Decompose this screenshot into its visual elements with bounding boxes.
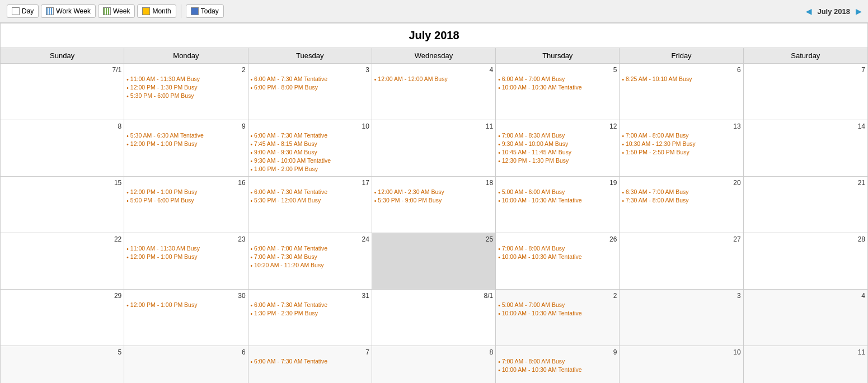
- calendar-cell[interactable]: 27: [620, 233, 743, 290]
- calendar-cell[interactable]: 12•7:00 AM - 8:30 AM Busy•9:30 AM - 10:0…: [496, 120, 620, 177]
- calendar-cell[interactable]: 28: [744, 233, 867, 290]
- calendar-cell[interactable]: 29: [1, 290, 124, 346]
- calendar-event[interactable]: •6:00 PM - 8:00 PM Busy: [251, 84, 369, 92]
- calendar-event[interactable]: •6:00 AM - 7:30 AM Tentative: [251, 188, 369, 196]
- calendar-cell[interactable]: 11: [744, 346, 867, 383]
- workweek-label: Work Week: [56, 7, 91, 15]
- calendar-event[interactable]: •7:00 AM - 7:30 AM Busy: [251, 253, 369, 261]
- day-button[interactable]: Day: [7, 4, 39, 18]
- calendar-cell[interactable]: 18•12:00 AM - 2:30 AM Busy•5:30 PM - 9:0…: [372, 177, 496, 233]
- calendar-cell[interactable]: 2•5:00 AM - 7:00 AM Busy•10:00 AM - 10:3…: [496, 290, 620, 346]
- calendar-cell[interactable]: 7: [744, 64, 867, 120]
- calendar-cell[interactable]: 5: [1, 346, 124, 383]
- calendar-cell[interactable]: 21: [744, 177, 867, 233]
- calendar-cell[interactable]: 24•6:00 AM - 7:00 AM Tentative•7:00 AM -…: [248, 233, 372, 290]
- next-month-button[interactable]: ▶: [856, 7, 861, 16]
- calendar-cell[interactable]: 10: [620, 346, 743, 383]
- calendar-event[interactable]: •6:00 AM - 7:30 AM Tentative: [251, 132, 369, 140]
- calendar-event[interactable]: •12:00 AM - 2:30 AM Busy: [374, 188, 493, 196]
- calendar-event[interactable]: •5:30 PM - 12:00 AM Busy: [251, 197, 369, 205]
- calendar-event[interactable]: •6:00 AM - 7:30 AM Tentative: [251, 301, 369, 309]
- calendar-event[interactable]: •10:30 AM - 12:30 PM Busy: [622, 140, 740, 148]
- calendar-cell[interactable]: 17•6:00 AM - 7:30 AM Tentative•5:30 PM -…: [248, 177, 372, 233]
- calendar-cell[interactable]: 6•8:25 AM - 10:10 AM Busy: [620, 64, 743, 120]
- calendar-event[interactable]: •10:00 AM - 10:30 AM Tentative: [498, 197, 617, 205]
- calendar-cell[interactable]: 20•6:30 AM - 7:00 AM Busy•7:30 AM - 8:00…: [620, 177, 743, 233]
- day-icon: [12, 7, 20, 15]
- calendar-event[interactable]: •6:00 AM - 7:30 AM Tentative: [251, 75, 369, 83]
- calendar-cell[interactable]: 4•12:00 AM - 12:00 AM Busy: [372, 64, 496, 120]
- calendar-event[interactable]: •1:50 PM - 2:50 PM Busy: [622, 149, 740, 157]
- calendar-event[interactable]: •12:00 PM - 1:00 PM Busy: [126, 253, 245, 261]
- calendar-event[interactable]: •5:00 PM - 6:00 PM Busy: [126, 197, 245, 205]
- calendar-event[interactable]: •10:00 AM - 10:30 AM Tentative: [498, 366, 617, 374]
- calendar-cell[interactable]: 8: [1, 120, 124, 177]
- calendar-event[interactable]: •12:00 PM - 1:00 PM Busy: [126, 140, 245, 148]
- calendar-event[interactable]: •10:00 AM - 10:30 AM Tentative: [498, 253, 617, 261]
- calendar-event[interactable]: •10:00 AM - 10:30 AM Tentative: [498, 310, 617, 318]
- calendar-event[interactable]: •12:00 PM - 1:00 PM Busy: [126, 301, 245, 309]
- calendar-cell[interactable]: 3: [620, 290, 743, 346]
- calendar-cell[interactable]: 15: [1, 177, 124, 233]
- calendar-cell[interactable]: 10•6:00 AM - 7:30 AM Tentative•7:45 AM -…: [248, 120, 372, 177]
- calendar-event[interactable]: •9:30 AM - 10:00 AM Busy: [498, 140, 617, 148]
- calendar-cell[interactable]: 8: [372, 346, 496, 383]
- calendar-event[interactable]: •8:25 AM - 10:10 AM Busy: [622, 75, 740, 83]
- today-button[interactable]: Today: [186, 4, 224, 18]
- calendar-event[interactable]: •10:45 AM - 11:45 AM Busy: [498, 149, 617, 157]
- prev-month-button[interactable]: ◀: [806, 7, 811, 16]
- calendar-cell[interactable]: 14: [744, 120, 867, 177]
- calendar-cell[interactable]: 22: [1, 233, 124, 290]
- calendar-event[interactable]: •5:30 PM - 6:00 PM Busy: [126, 92, 245, 100]
- calendar-cell[interactable]: 31•6:00 AM - 7:30 AM Tentative•1:30 PM -…: [248, 290, 372, 346]
- calendar-event[interactable]: •11:00 AM - 11:30 AM Busy: [126, 245, 245, 253]
- calendar-event[interactable]: •7:00 AM - 8:00 AM Busy: [498, 245, 617, 253]
- calendar-event[interactable]: •7:00 AM - 8:30 AM Busy: [498, 132, 617, 140]
- calendar-event[interactable]: •11:00 AM - 11:30 AM Busy: [126, 75, 245, 83]
- calendar-event[interactable]: •9:00 AM - 9:30 AM Busy: [251, 149, 369, 157]
- calendar-event[interactable]: •12:00 PM - 1:30 PM Busy: [126, 84, 245, 92]
- calendar-event[interactable]: •12:00 PM - 1:00 PM Busy: [126, 188, 245, 196]
- calendar-event[interactable]: •10:00 AM - 10:30 AM Tentative: [498, 84, 617, 92]
- calendar-event[interactable]: •7:30 AM - 8:00 AM Busy: [622, 197, 740, 205]
- calendar-event[interactable]: •7:45 AM - 8:15 AM Busy: [251, 140, 369, 148]
- calendar-cell[interactable]: 23•11:00 AM - 11:30 AM Busy•12:00 PM - 1…: [124, 233, 248, 290]
- calendar-cell[interactable]: 2•11:00 AM - 11:30 AM Busy•12:00 PM - 1:…: [124, 64, 248, 120]
- calendar-event[interactable]: •5:00 AM - 6:00 AM Busy: [498, 188, 617, 196]
- calendar-cell[interactable]: 16•12:00 PM - 1:00 PM Busy•5:00 PM - 6:0…: [124, 177, 248, 233]
- calendar-cell[interactable]: 4: [744, 290, 867, 346]
- calendar-event[interactable]: •9:30 AM - 10:00 AM Tentative: [251, 157, 369, 165]
- calendar-event[interactable]: •7:00 AM - 8:00 AM Busy: [622, 132, 740, 140]
- calendar-cell[interactable]: 25: [372, 233, 496, 290]
- calendar-cell[interactable]: 5•6:00 AM - 7:00 AM Busy•10:00 AM - 10:3…: [496, 64, 620, 120]
- calendar-event[interactable]: •7:00 AM - 8:00 AM Busy: [498, 358, 617, 366]
- calendar-cell[interactable]: 11: [372, 120, 496, 177]
- calendar-event[interactable]: •12:30 PM - 1:30 PM Busy: [498, 157, 617, 165]
- calendar-cell[interactable]: 9•5:30 AM - 6:30 AM Tentative•12:00 PM -…: [124, 120, 248, 177]
- calendar-cell[interactable]: 26•7:00 AM - 8:00 AM Busy•10:00 AM - 10:…: [496, 233, 620, 290]
- calendar-event[interactable]: •12:00 AM - 12:00 AM Busy: [374, 75, 493, 83]
- calendar-event[interactable]: •5:00 AM - 7:00 AM Busy: [498, 301, 617, 309]
- calendar-cell[interactable]: 19•5:00 AM - 6:00 AM Busy•10:00 AM - 10:…: [496, 177, 620, 233]
- calendar-event[interactable]: •10:20 AM - 11:20 AM Busy: [251, 262, 369, 269]
- month-button[interactable]: Month: [137, 4, 176, 18]
- calendar-event[interactable]: •6:30 AM - 7:00 AM Busy: [622, 188, 740, 196]
- calendar-cell[interactable]: 13•7:00 AM - 8:00 AM Busy•10:30 AM - 12:…: [620, 120, 743, 177]
- week-button[interactable]: Week: [98, 4, 135, 18]
- calendar-cell[interactable]: 7•6:00 AM - 7:30 AM Tentative: [248, 346, 372, 383]
- calendar-cell[interactable]: 30•12:00 PM - 1:00 PM Busy: [124, 290, 248, 346]
- calendar-cell[interactable]: 3•6:00 AM - 7:30 AM Tentative•6:00 PM - …: [248, 64, 372, 120]
- calendar-cell[interactable]: 8/1: [372, 290, 496, 346]
- calendar-cell[interactable]: 9•7:00 AM - 8:00 AM Busy•10:00 AM - 10:3…: [496, 346, 620, 383]
- calendar-event[interactable]: •5:30 AM - 6:30 AM Tentative: [126, 132, 245, 140]
- calendar-event[interactable]: •5:30 PM - 9:00 PM Busy: [374, 197, 493, 205]
- calendar-event[interactable]: •6:00 AM - 7:00 AM Tentative: [251, 245, 369, 253]
- calendar-event[interactable]: •1:00 PM - 2:00 PM Busy: [251, 166, 369, 173]
- workweek-button[interactable]: Work Week: [41, 4, 96, 18]
- calendar-event[interactable]: •6:00 AM - 7:30 AM Tentative: [251, 358, 369, 366]
- calendar-event[interactable]: •6:00 AM - 7:00 AM Busy: [498, 75, 617, 83]
- calendar-cell[interactable]: 7/1: [1, 64, 124, 120]
- calendar-event[interactable]: •1:30 PM - 2:30 PM Busy: [251, 310, 369, 318]
- calendar-cell[interactable]: 6: [124, 346, 248, 383]
- event-bullet-icon: •: [498, 197, 500, 205]
